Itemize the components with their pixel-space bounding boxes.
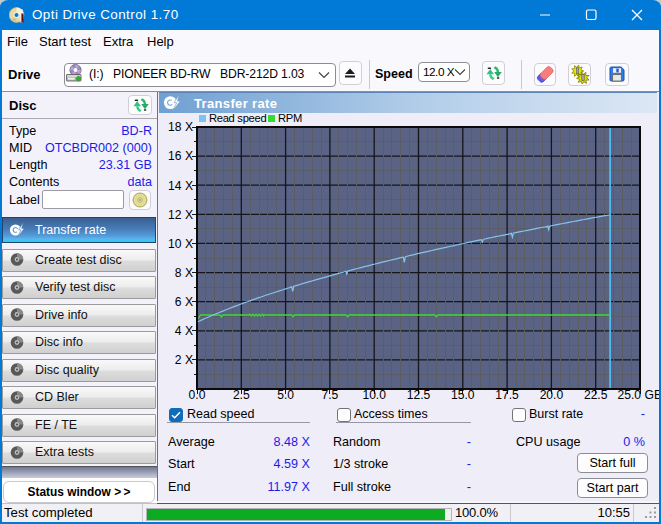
- svg-text:18 X: 18 X: [168, 120, 193, 134]
- svg-text:4 X: 4 X: [175, 324, 193, 338]
- svg-text:GB: GB: [645, 388, 661, 402]
- svg-text:17.5: 17.5: [495, 388, 519, 402]
- svg-text:25.0: 25.0: [617, 388, 641, 402]
- svg-text:14 X: 14 X: [168, 179, 193, 193]
- svg-text:7.5: 7.5: [321, 388, 338, 402]
- svg-text:10.0: 10.0: [362, 388, 386, 402]
- svg-text:12.5: 12.5: [407, 388, 431, 402]
- svg-text:22.5: 22.5: [584, 388, 608, 402]
- svg-text:20.0: 20.0: [540, 388, 564, 402]
- svg-text:5.0: 5.0: [277, 388, 294, 402]
- svg-text:0.0: 0.0: [189, 388, 206, 402]
- svg-text:2 X: 2 X: [175, 353, 193, 367]
- svg-text:16 X: 16 X: [168, 149, 193, 163]
- svg-text:12 X: 12 X: [168, 208, 193, 222]
- svg-text:6 X: 6 X: [175, 295, 193, 309]
- svg-text:15.0: 15.0: [451, 388, 475, 402]
- svg-text:2.5: 2.5: [233, 388, 250, 402]
- svg-text:8 X: 8 X: [175, 266, 193, 280]
- svg-text:10 X: 10 X: [168, 237, 193, 251]
